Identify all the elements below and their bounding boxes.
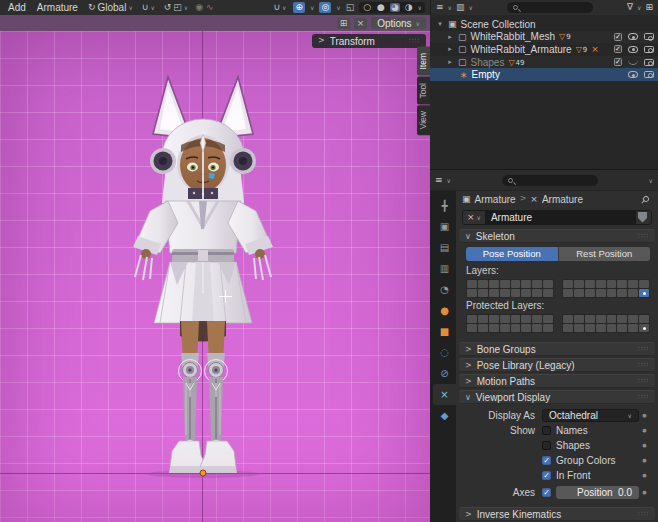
layer-toggle-cell[interactable]	[628, 280, 638, 288]
viewport-canvas[interactable]: > Transform ∷∷ Item Tool View	[0, 31, 430, 522]
layer-toggle-cell[interactable]	[574, 289, 584, 297]
layer-toggle-cell[interactable]	[563, 315, 573, 323]
snap-target-button[interactable]: ⊕	[293, 2, 305, 13]
layer-toggle-cell[interactable]	[489, 289, 499, 297]
expander-icon[interactable]: ▸	[446, 58, 454, 66]
layer-toggle-cell[interactable]	[585, 315, 595, 323]
properties-tab-world-icon[interactable]: ●	[433, 300, 456, 321]
rest-position-button[interactable]: Rest Position	[558, 247, 651, 261]
panel-header-motion-paths[interactable]: > Motion Paths ∷∷	[459, 374, 655, 388]
snap-dropdown[interactable]: ∪ ∨	[140, 2, 157, 13]
panel-header-inverse-kinematics[interactable]: > Inverse Kinematics ∷∷	[459, 507, 655, 521]
collection-checkbox[interactable]: ✓	[614, 33, 622, 41]
pose-options-button[interactable]: ⊞	[337, 18, 350, 29]
pose-position-button[interactable]: Pose Position	[466, 247, 558, 261]
layer-toggle-cell[interactable]	[500, 280, 510, 288]
eye-icon[interactable]	[628, 46, 638, 53]
collection-checkbox[interactable]: ✓	[614, 45, 622, 53]
camera-icon[interactable]	[644, 71, 654, 78]
expander-icon[interactable]: ▾	[436, 20, 444, 28]
expander-icon[interactable]: ▸	[446, 45, 454, 53]
menu-add[interactable]: Add	[5, 2, 29, 13]
orientation-dropdown[interactable]: ↻ Global ∨	[86, 1, 135, 14]
properties-tab-output-icon[interactable]: ▤	[433, 237, 456, 258]
datablock-name-field[interactable]: × ∨ Armature	[462, 210, 652, 225]
layer-toggle-cell[interactable]	[532, 315, 542, 323]
layer-toggle-cell[interactable]	[467, 289, 477, 297]
outliner-row-whiterabbit-mesh[interactable]: ▸ ▢ WhiteRabbit_Mesh ▽9 ✓	[430, 31, 658, 44]
layer-toggle-cell[interactable]	[563, 324, 573, 332]
layer-toggle-cell[interactable]	[617, 289, 627, 297]
animate-dot-icon[interactable]: ●	[639, 427, 650, 433]
layer-toggle-cell[interactable]	[628, 289, 638, 297]
eye-icon[interactable]	[628, 33, 638, 40]
animate-dot-icon[interactable]: ●	[639, 457, 650, 463]
sidebar-tab-view[interactable]: View	[417, 105, 430, 135]
layer-toggle-cell[interactable]	[500, 289, 510, 297]
axes-checkbox[interactable]: ✓	[542, 488, 551, 497]
eye-closed-icon[interactable]	[628, 60, 638, 65]
layer-toggle-cell[interactable]	[596, 280, 606, 288]
shapes-checkbox[interactable]	[542, 441, 551, 450]
properties-tab-physics-icon[interactable]: ◌	[433, 342, 456, 363]
layer-toggle-cell[interactable]	[617, 280, 627, 288]
layer-toggle-cell[interactable]	[585, 324, 595, 332]
animate-dot-icon[interactable]: ●	[639, 472, 650, 478]
outliner-row-whiterabbit-armature[interactable]: ▸ ▢ WhiteRabbit_Armature ▽9 × ✓	[430, 43, 658, 56]
options-dropdown[interactable]: Options ∨	[371, 17, 426, 29]
layer-toggle-cell[interactable]	[489, 315, 499, 323]
layer-toggle-cell[interactable]	[521, 289, 531, 297]
layer-toggle-cell[interactable]	[574, 280, 584, 288]
eye-icon[interactable]	[628, 71, 638, 78]
names-checkbox[interactable]	[542, 426, 551, 435]
layer-toggle-cell[interactable]	[511, 280, 521, 288]
layer-toggle-cell[interactable]	[563, 280, 573, 288]
layer-toggle-cell[interactable]	[607, 280, 617, 288]
animate-dot-icon[interactable]: ●	[639, 489, 650, 495]
breadcrumb-object[interactable]: Armature	[475, 194, 516, 205]
layer-toggle-cell[interactable]	[617, 324, 627, 332]
layer-toggle-cell[interactable]	[596, 289, 606, 297]
fake-user-shield-icon[interactable]	[638, 212, 647, 223]
camera-icon[interactable]	[644, 59, 654, 66]
layer-toggle-cell[interactable]	[543, 324, 553, 332]
layer-toggle-cell[interactable]	[543, 315, 553, 323]
layer-toggle-cell[interactable]	[585, 280, 595, 288]
outliner-row-scene-collection[interactable]: ▾ ▣ Scene Collection	[430, 18, 658, 31]
layer-toggle-cell[interactable]	[489, 324, 499, 332]
properties-tab-object-icon[interactable]: ■	[433, 321, 456, 342]
layer-toggle-cell[interactable]	[467, 280, 477, 288]
animate-dot-icon[interactable]: ●	[639, 442, 650, 448]
proportional-edit-icon[interactable]: ◉	[195, 3, 203, 12]
axes-position-slider[interactable]: Position 0.0	[556, 486, 639, 499]
expander-icon[interactable]: ▸	[446, 33, 454, 41]
properties-editor-icon[interactable]: ≡	[435, 176, 443, 185]
layer-toggle-cell[interactable]	[639, 324, 649, 332]
layer-toggle-cell[interactable]	[585, 289, 595, 297]
snap-toggle[interactable]: ∪ ∨	[271, 2, 288, 13]
pivot-dropdown[interactable]: ↺ ◰ ∨	[162, 2, 190, 13]
layer-toggle-cell[interactable]	[563, 289, 573, 297]
shading-material-icon[interactable]: ◕	[390, 3, 400, 12]
layer-toggle-cell[interactable]	[500, 324, 510, 332]
layer-toggle-cell[interactable]	[543, 289, 553, 297]
layer-toggle-cell[interactable]	[617, 315, 627, 323]
in-front-checkbox[interactable]: ✓	[542, 471, 551, 480]
layer-toggle-cell[interactable]	[543, 280, 553, 288]
layer-toggle-cell[interactable]	[607, 289, 617, 297]
properties-tab-object-data-icon[interactable]: ×	[433, 384, 456, 405]
camera-icon[interactable]	[644, 33, 654, 40]
layer-toggle-cell[interactable]	[596, 324, 606, 332]
panel-header-skeleton[interactable]: ∨ Skeleton ∷∷	[459, 229, 655, 243]
breadcrumb-data[interactable]: Armature	[542, 194, 583, 205]
layer-toggle-cell[interactable]	[639, 315, 649, 323]
properties-tab-constraints-icon[interactable]: ⊘	[433, 363, 456, 384]
outliner-search-input[interactable]	[507, 2, 593, 13]
properties-tab-tool-icon[interactable]: ╋	[433, 195, 456, 216]
layer-toggle-cell[interactable]	[607, 324, 617, 332]
layer-toggle-cell[interactable]	[511, 289, 521, 297]
menu-armature[interactable]: Armature	[34, 2, 81, 13]
layer-toggle-cell[interactable]	[574, 315, 584, 323]
layer-toggle-cell[interactable]	[478, 289, 488, 297]
layer-toggle-cell[interactable]	[478, 315, 488, 323]
